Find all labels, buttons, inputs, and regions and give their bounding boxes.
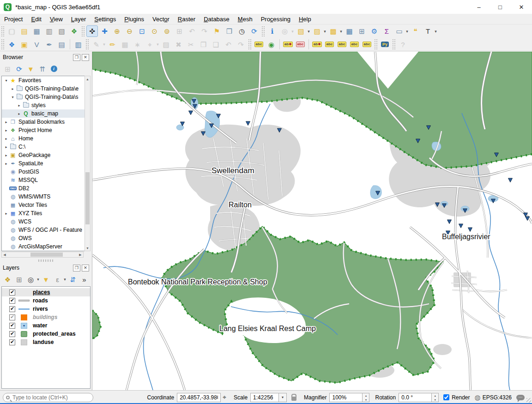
toolbar-drag-handle[interactable] (1, 26, 4, 36)
minimize-button[interactable]: – (468, 0, 490, 14)
layer-labeling-button[interactable]: abc (253, 39, 265, 50)
magnifier-spinner[interactable]: ▴▾ (363, 393, 369, 402)
toolbar-drag-handle[interactable] (82, 26, 85, 36)
menu-settings[interactable]: Settings (90, 14, 120, 24)
expander-icon[interactable]: ▸ (16, 112, 22, 116)
panel-resize-handle[interactable] (38, 259, 54, 262)
expand-collapse-all-button[interactable]: ⇵ (67, 274, 78, 285)
dropdown-arrow-icon[interactable]: ▾ (307, 29, 311, 34)
map-tips-button[interactable]: ❝ (410, 25, 421, 37)
layer-row-buildings[interactable]: buildings (2, 313, 90, 321)
magnifier-input[interactable] (332, 394, 360, 401)
browser-item-wms-wmts[interactable]: ◍WMS/WMTS (2, 193, 90, 201)
scroll-up-icon[interactable]: ▲ (85, 76, 90, 82)
layer-visibility-checkbox[interactable] (9, 298, 15, 304)
browser-item-arcgismapserver[interactable]: ◍ArcGisMapServer (2, 242, 90, 251)
expander-icon[interactable]: ▸ (3, 128, 9, 133)
browser-item-home[interactable]: ▸⌂Home (2, 134, 90, 143)
browser-item-arcgisfeatureserver[interactable]: ◍ArcGisFeatureServer (2, 251, 90, 251)
menu-help[interactable]: Help (295, 14, 315, 24)
menu-project[interactable]: Project (0, 14, 27, 24)
menu-layer[interactable]: Layer (67, 14, 91, 24)
layer-visibility-checkbox[interactable] (9, 289, 15, 295)
map-canvas[interactable]: Swellendam Railton Buffeljagsrivier Bont… (92, 52, 532, 390)
locate-search[interactable] (3, 393, 93, 402)
dropdown-arrow-icon[interactable]: ▾ (102, 42, 106, 47)
render-checkbox[interactable] (443, 394, 449, 400)
plugin-help-button[interactable]: ? (397, 39, 409, 50)
deselect-features-button[interactable]: ▩ (327, 25, 339, 37)
browser-horizontal-scrollbar[interactable]: ◀ ▶ (1, 252, 84, 258)
browser-item-favorites[interactable]: ▾★Favorites (2, 76, 90, 84)
redo-button[interactable]: ↷ (235, 39, 247, 50)
dropdown-arrow-icon[interactable]: ▾ (434, 29, 438, 34)
temporal-controller-button[interactable]: ◷ (236, 25, 248, 37)
menu-raster[interactable]: Raster (174, 14, 200, 24)
expander-icon[interactable]: ▾ (10, 95, 16, 99)
new-spatialite-layer-button[interactable]: ✒ (43, 39, 55, 50)
zoom-to-selection-button[interactable]: ⊙ (149, 25, 160, 37)
menu-processing[interactable]: Processing (257, 14, 295, 24)
toolbar-drag-handle[interactable] (262, 26, 265, 36)
browser-item-ows[interactable]: ◍OWS (2, 234, 90, 242)
menu-plugins[interactable]: Plugins (120, 14, 148, 24)
dropdown-arrow-icon[interactable]: ▾ (290, 29, 295, 34)
select-by-form-button[interactable]: ▨ (311, 25, 323, 37)
rotation-input[interactable] (401, 394, 429, 401)
layer-visibility-checkbox[interactable] (9, 323, 15, 329)
manage-map-themes-button[interactable]: ◎ (25, 274, 36, 285)
browser-filter-button[interactable]: ▼ (25, 64, 36, 74)
python-console-button[interactable]: Py (379, 39, 391, 50)
browser-item-vector-tiles[interactable]: ▦Vector Tiles (2, 201, 90, 209)
layer-row-places[interactable]: places (2, 288, 90, 296)
layer-row-roads[interactable]: roads (2, 296, 90, 305)
layer-row-protected-areas[interactable]: protected_areas (2, 330, 90, 338)
scrollbar-thumb[interactable] (85, 172, 90, 224)
new-print-layout-button[interactable]: ▥ (43, 25, 55, 37)
browser-item-xyz-tiles[interactable]: ▸▦XYZ Tiles (2, 209, 90, 217)
layers-close-button[interactable]: ✕ (82, 265, 89, 271)
browser-item-c-drive[interactable]: ▸C:\ (2, 143, 90, 151)
save-layer-edits-button[interactable]: ▦ (119, 39, 131, 50)
refresh-map-button[interactable]: ⟳ (248, 25, 260, 37)
add-feature-button[interactable]: ∗ (132, 39, 143, 50)
new-virtual-layer-button[interactable]: ▥ (73, 39, 84, 50)
toolbar-drag-handle[interactable] (1, 39, 4, 49)
menu-database[interactable]: Database (200, 14, 234, 24)
browser-item-wfs[interactable]: ◍WFS / OGC API - Feature (2, 226, 90, 234)
expander-icon[interactable]: ▸ (10, 87, 16, 91)
layer-diagram-button[interactable]: ◉ (266, 39, 277, 50)
dropdown-arrow-icon[interactable]: ▾ (156, 42, 160, 47)
scroll-down-icon[interactable]: ▼ (85, 245, 90, 251)
rotate-label-button[interactable]: abc (349, 39, 360, 50)
scale-input[interactable] (253, 394, 276, 401)
pan-to-selection-button[interactable]: ✚ (99, 25, 110, 37)
layer-visibility-checkbox[interactable] (9, 331, 15, 337)
layout-manager-button[interactable]: ▧ (56, 25, 67, 37)
browser-refresh-button[interactable]: ⟳ (14, 64, 24, 74)
open-layer-styling-button[interactable]: ❖ (2, 274, 13, 285)
browser-item-wcs[interactable]: ◍WCS (2, 217, 90, 226)
layers-overflow-button[interactable]: » (79, 274, 90, 285)
toolbar-drag-handle[interactable] (86, 39, 89, 49)
browser-item-basic-map[interactable]: ▸Qbasic_map (2, 109, 90, 118)
copy-features-button[interactable]: ❐ (198, 39, 209, 50)
show-hidden-labels-button[interactable]: abc (324, 39, 335, 50)
browser-collapse-all-button[interactable]: ⇈ (37, 64, 48, 74)
expander-icon[interactable]: ▸ (3, 153, 9, 157)
open-data-source-manager-button[interactable]: ❖ (6, 39, 18, 50)
undo-button[interactable]: ↶ (223, 39, 234, 50)
delete-selected-button[interactable]: ✖ (173, 39, 184, 50)
browser-vertical-scrollbar[interactable]: ▲ ▼ (85, 76, 91, 251)
expander-icon[interactable]: ▸ (3, 162, 9, 166)
cut-features-button[interactable]: ✂ (185, 39, 197, 50)
dropdown-arrow-icon[interactable]: ▾ (339, 29, 343, 34)
zoom-out-button[interactable]: ⊖ (124, 25, 135, 37)
zoom-next-button[interactable]: ↷ (199, 25, 210, 37)
expander-icon[interactable]: ▸ (3, 211, 9, 216)
menu-vector[interactable]: Vector (148, 14, 174, 24)
window-resize-grip[interactable] (526, 398, 531, 403)
browser-item-spatial-bookmarks[interactable]: ▸❒Spatial Bookmarks (2, 118, 90, 126)
dropdown-arrow-icon[interactable]: ▾ (405, 29, 409, 34)
open-attribute-table-button[interactable]: ▦ (344, 25, 355, 37)
